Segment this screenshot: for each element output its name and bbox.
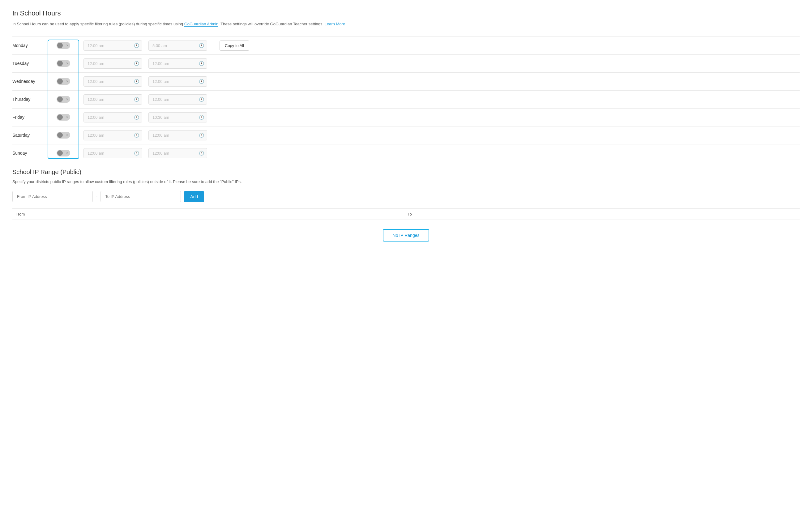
toggle-wrapper-thursday: ✕ <box>49 96 77 103</box>
start-time-field-friday[interactable] <box>83 112 142 122</box>
end-time-input-wednesday: 🕐 <box>148 76 207 86</box>
ip-separator: - <box>96 194 97 199</box>
ip-range-title: School IP Range (Public) <box>12 168 800 176</box>
schedule-row-saturday: Saturday ✕ 🕐 🕐 <box>12 126 800 144</box>
schedule-row-wednesday: Wednesday ✕ 🕐 🕐 <box>12 73 800 91</box>
time-fields-monday: 🕐 🕐 Copy to All <box>83 41 800 51</box>
goguardian-admin-link[interactable]: GoGuardian Admin <box>184 22 219 26</box>
time-fields-sunday: 🕐 🕐 <box>83 148 800 158</box>
ip-input-row: - Add <box>12 191 800 202</box>
clock-icon-start-friday: 🕐 <box>134 115 139 120</box>
from-ip-input[interactable] <box>12 191 93 202</box>
start-time-field-thursday[interactable] <box>83 94 142 104</box>
start-time-field-tuesday[interactable] <box>83 58 142 69</box>
toggle-wednesday[interactable]: ✕ <box>57 78 70 85</box>
start-time-input-monday: 🕐 <box>83 41 142 51</box>
toggle-saturday[interactable]: ✕ <box>57 132 70 139</box>
toggle-circle-sunday <box>57 150 63 156</box>
day-label-friday: Friday <box>12 115 49 120</box>
clock-icon-start-thursday: 🕐 <box>134 97 139 102</box>
toggle-x-sunday: ✕ <box>66 152 69 155</box>
no-ip-ranges-row: No IP Ranges <box>12 220 800 251</box>
end-time-field-monday[interactable] <box>148 41 207 51</box>
clock-icon-start-sunday: 🕐 <box>134 150 139 156</box>
day-label-monday: Monday <box>12 43 49 48</box>
to-ip-input[interactable] <box>101 191 181 202</box>
toggle-circle-saturday <box>57 132 63 138</box>
day-label-wednesday: Wednesday <box>12 79 49 84</box>
day-label-thursday: Thursday <box>12 97 49 102</box>
start-time-input-saturday: 🕐 <box>83 130 142 140</box>
start-time-field-wednesday[interactable] <box>83 76 142 86</box>
ip-table-header: From To <box>12 208 800 220</box>
clock-icon-end-monday: 🕐 <box>199 43 204 48</box>
start-time-input-sunday: 🕐 <box>83 148 142 158</box>
clock-icon-end-friday: 🕐 <box>199 115 204 120</box>
end-time-input-monday: 🕐 <box>148 41 207 51</box>
end-time-field-thursday[interactable] <box>148 94 207 104</box>
toggle-x-wednesday: ✕ <box>66 80 69 83</box>
no-ip-ranges-button[interactable]: No IP Ranges <box>383 229 429 242</box>
schedule-row-friday: Friday ✕ 🕐 🕐 <box>12 108 800 126</box>
toggle-sunday[interactable]: ✕ <box>57 150 70 157</box>
time-fields-wednesday: 🕐 🕐 <box>83 76 800 86</box>
clock-icon-end-sunday: 🕐 <box>199 150 204 156</box>
toggle-thursday[interactable]: ✕ <box>57 96 70 103</box>
time-fields-tuesday: 🕐 🕐 <box>83 58 800 69</box>
toggle-circle-wednesday <box>57 79 63 84</box>
page-description: In School Hours can be used to apply spe… <box>12 21 800 27</box>
time-fields-friday: 🕐 🕐 <box>83 112 800 122</box>
start-time-input-wednesday: 🕐 <box>83 76 142 86</box>
toggle-wrapper-friday: ✕ <box>49 114 77 121</box>
toggle-circle-tuesday <box>57 61 63 66</box>
ip-from-header: From <box>12 212 408 217</box>
end-time-input-tuesday: 🕐 <box>148 58 207 69</box>
toggle-x-friday: ✕ <box>66 116 69 119</box>
end-time-input-thursday: 🕐 <box>148 94 207 104</box>
toggle-circle-friday <box>57 115 63 120</box>
end-time-input-friday: 🕐 <box>148 112 207 122</box>
end-time-input-saturday: 🕐 <box>148 130 207 140</box>
day-label-saturday: Saturday <box>12 133 49 138</box>
clock-icon-start-monday: 🕐 <box>134 43 139 48</box>
toggle-monday[interactable]: ✕ <box>57 42 70 49</box>
end-time-field-friday[interactable] <box>148 112 207 122</box>
start-time-field-sunday[interactable] <box>83 148 142 158</box>
ip-range-description: Specify your districts public IP ranges … <box>12 179 800 185</box>
end-time-field-sunday[interactable] <box>148 148 207 158</box>
learn-more-link[interactable]: Learn More <box>325 22 345 26</box>
schedule-row-monday: Monday ✕ 🕐 🕐 Copy to All <box>12 37 800 55</box>
time-fields-thursday: 🕐 🕐 <box>83 94 800 104</box>
description-text-2: . These settings will override GoGuardia… <box>218 22 323 26</box>
end-time-field-wednesday[interactable] <box>148 76 207 86</box>
end-time-field-saturday[interactable] <box>148 130 207 140</box>
clock-icon-start-wednesday: 🕐 <box>134 79 139 84</box>
toggle-circle-thursday <box>57 97 63 102</box>
schedule-row-sunday: Sunday ✕ 🕐 🕐 <box>12 144 800 162</box>
start-time-field-saturday[interactable] <box>83 130 142 140</box>
start-time-input-thursday: 🕐 <box>83 94 142 104</box>
day-label-sunday: Sunday <box>12 150 49 156</box>
start-time-field-monday[interactable] <box>83 41 142 51</box>
toggle-tuesday[interactable]: ✕ <box>57 60 70 67</box>
toggle-wrapper-monday: ✕ <box>49 42 77 49</box>
clock-icon-end-tuesday: 🕐 <box>199 61 204 66</box>
clock-icon-start-saturday: 🕐 <box>134 133 139 138</box>
toggle-wrapper-tuesday: ✕ <box>49 60 77 67</box>
clock-icon-start-tuesday: 🕐 <box>134 61 139 66</box>
copy-to-all-button[interactable]: Copy to All <box>220 41 249 51</box>
schedule-row-tuesday: Tuesday ✕ 🕐 🕐 <box>12 55 800 73</box>
clock-icon-end-wednesday: 🕐 <box>199 79 204 84</box>
page-title: In School Hours <box>12 9 800 17</box>
day-label-tuesday: Tuesday <box>12 61 49 66</box>
toggle-x-thursday: ✕ <box>66 98 69 101</box>
end-time-input-sunday: 🕐 <box>148 148 207 158</box>
description-text-1: In School Hours can be used to apply spe… <box>12 22 184 26</box>
end-time-field-tuesday[interactable] <box>148 58 207 69</box>
toggle-x-monday: ✕ <box>66 44 69 47</box>
toggle-wrapper-sunday: ✕ <box>49 150 77 157</box>
toggle-friday[interactable]: ✕ <box>57 114 70 121</box>
clock-icon-end-saturday: 🕐 <box>199 133 204 138</box>
clock-icon-end-thursday: 🕐 <box>199 97 204 102</box>
add-ip-button[interactable]: Add <box>184 191 204 202</box>
